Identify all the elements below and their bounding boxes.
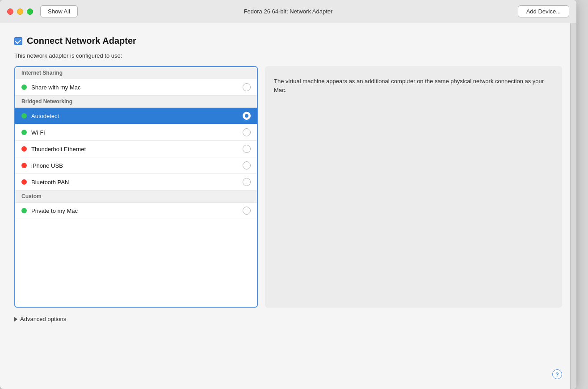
help-button[interactable]: ? bbox=[552, 369, 562, 379]
section-header-custom: Custom bbox=[15, 190, 257, 203]
main-window: Show All Fedora 26 64-bit: Network Adapt… bbox=[0, 0, 576, 389]
list-spacer bbox=[15, 219, 257, 272]
status-dot-thunderbolt-ethernet bbox=[21, 146, 27, 152]
status-dot-share-with-mac bbox=[21, 85, 27, 90]
network-item-thunderbolt-ethernet[interactable]: Thunderbolt Ethernet bbox=[15, 141, 257, 157]
show-all-button[interactable]: Show All bbox=[40, 5, 78, 17]
section-header-internet-sharing: Internet Sharing bbox=[15, 67, 257, 79]
minimize-button[interactable] bbox=[17, 8, 23, 15]
configured-label: This network adapter is configured to us… bbox=[14, 52, 562, 59]
window-title: Fedora 26 64-bit: Network Adapter bbox=[244, 8, 333, 15]
network-name-autodetect: Autodetect bbox=[31, 113, 243, 119]
radio-btn-bluetooth-pan[interactable] bbox=[243, 178, 251, 186]
network-item-private-to-mac[interactable]: Private to my Mac bbox=[15, 203, 257, 219]
scroll-edge bbox=[570, 23, 576, 389]
expand-triangle-icon[interactable] bbox=[14, 317, 17, 321]
network-name-bluetooth-pan: Bluetooth PAN bbox=[31, 179, 243, 186]
status-dot-autodetect bbox=[21, 113, 27, 118]
close-button[interactable] bbox=[7, 8, 13, 15]
network-name-wifi: Wi-Fi bbox=[31, 129, 243, 136]
network-name-iphone-usb: iPhone USB bbox=[31, 162, 243, 169]
section-header-bridged-networking: Bridged Networking bbox=[15, 96, 257, 108]
main-row: Internet Sharing Share with my Mac Bridg… bbox=[14, 66, 562, 308]
maximize-button[interactable] bbox=[27, 8, 33, 15]
network-item-share-with-mac[interactable]: Share with my Mac bbox=[15, 79, 257, 96]
status-dot-private-to-mac bbox=[21, 208, 27, 213]
network-item-autodetect[interactable]: Autodetect bbox=[15, 108, 257, 124]
radio-btn-iphone-usb[interactable] bbox=[243, 161, 251, 169]
status-dot-wifi bbox=[21, 130, 27, 135]
radio-btn-private-to-mac[interactable] bbox=[243, 207, 251, 215]
status-dot-iphone-usb bbox=[21, 163, 27, 168]
status-dot-bluetooth-pan bbox=[21, 179, 27, 185]
network-item-bluetooth-pan[interactable]: Bluetooth PAN bbox=[15, 174, 257, 190]
titlebar: Show All Fedora 26 64-bit: Network Adapt… bbox=[0, 0, 576, 23]
radio-btn-share-with-mac[interactable] bbox=[243, 83, 251, 91]
connect-checkbox[interactable] bbox=[14, 37, 22, 45]
network-item-wifi[interactable]: Wi-Fi bbox=[15, 124, 257, 141]
description-text: The virtual machine appears as an additi… bbox=[274, 77, 553, 95]
connect-header: Connect Network Adapter bbox=[14, 36, 562, 46]
radio-btn-thunderbolt-ethernet[interactable] bbox=[243, 145, 251, 153]
network-item-iphone-usb[interactable]: iPhone USB bbox=[15, 157, 257, 174]
network-name-private-to-mac: Private to my Mac bbox=[31, 207, 243, 214]
radio-btn-wifi[interactable] bbox=[243, 128, 251, 136]
radio-btn-autodetect[interactable] bbox=[243, 112, 251, 120]
content-area: Connect Network Adapter This network ada… bbox=[0, 23, 576, 333]
advanced-row: Advanced options bbox=[14, 316, 562, 322]
network-list-panel: Internet Sharing Share with my Mac Bridg… bbox=[14, 66, 258, 308]
connect-title: Connect Network Adapter bbox=[27, 36, 136, 46]
network-name-thunderbolt-ethernet: Thunderbolt Ethernet bbox=[31, 146, 243, 152]
add-device-button[interactable]: Add Device... bbox=[518, 5, 569, 17]
description-panel: The virtual machine appears as an additi… bbox=[265, 66, 562, 308]
traffic-lights bbox=[7, 8, 33, 15]
advanced-options-label[interactable]: Advanced options bbox=[20, 316, 66, 322]
network-name-share-with-mac: Share with my Mac bbox=[31, 84, 243, 91]
